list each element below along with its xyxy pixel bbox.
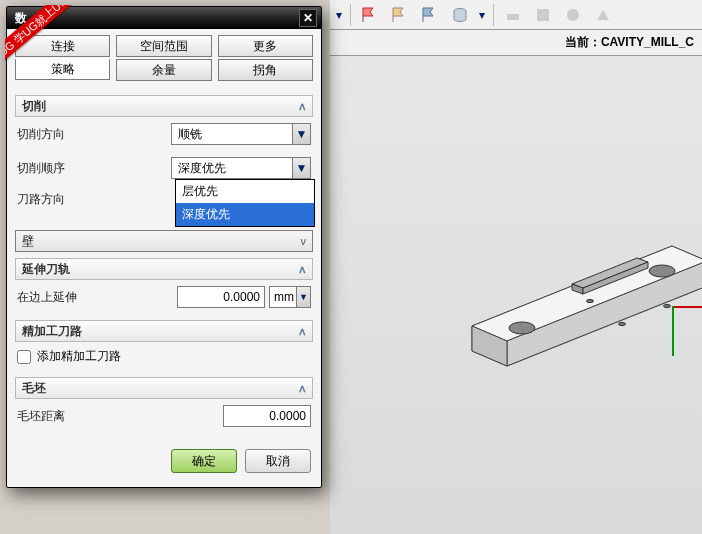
cut-order-select[interactable]: 深度优先 ▼ bbox=[171, 157, 311, 179]
upper-tabs: 连接 空间范围 更多 bbox=[7, 29, 321, 57]
axis-x-arrow-icon bbox=[672, 306, 702, 308]
collapse-icon: ʌ bbox=[299, 263, 306, 276]
chevron-down-icon: ▼ bbox=[296, 287, 310, 307]
tab-more[interactable]: 更多 bbox=[218, 35, 313, 57]
tab-corner[interactable]: 拐角 bbox=[218, 59, 313, 81]
blank-distance-input[interactable] bbox=[223, 405, 311, 427]
cancel-button[interactable]: 取消 bbox=[245, 449, 311, 473]
svg-point-11 bbox=[619, 322, 626, 325]
tool-icon-3[interactable] bbox=[562, 4, 584, 26]
tab-stock[interactable]: 余量 bbox=[116, 59, 211, 81]
ok-button[interactable]: 确定 bbox=[171, 449, 237, 473]
chevron-down-icon: ▼ bbox=[292, 158, 310, 178]
svg-point-8 bbox=[509, 322, 535, 334]
blank-distance-label: 毛坯距离 bbox=[17, 408, 65, 425]
chevron-down-icon: v bbox=[301, 235, 307, 247]
section-finish[interactable]: 精加工刀路 ʌ bbox=[15, 320, 313, 342]
option-level-first[interactable]: 层优先 bbox=[176, 180, 314, 203]
tool-icon-4[interactable] bbox=[592, 4, 614, 26]
cut-direction-select[interactable]: 顺铣 ▼ bbox=[171, 123, 311, 145]
svg-point-3 bbox=[567, 9, 579, 21]
current-operation-label: 当前：CAVITY_MILL_C bbox=[565, 34, 694, 51]
status-bar: 当前：CAVITY_MILL_C bbox=[330, 30, 702, 56]
chevron-down-icon: ▼ bbox=[292, 124, 310, 144]
collapse-icon: ʌ bbox=[299, 325, 306, 338]
dialog-footer: 确定 取消 bbox=[7, 439, 321, 487]
wall-select[interactable]: 壁 v bbox=[15, 230, 313, 252]
viewport[interactable]: XM bbox=[330, 56, 702, 534]
flag-red-icon[interactable] bbox=[359, 4, 381, 26]
section-cutting[interactable]: 切削 ʌ bbox=[15, 95, 313, 117]
path-direction-label: 刀路方向 bbox=[17, 191, 65, 208]
add-finish-label: 添加精加工刀路 bbox=[37, 348, 121, 365]
collapse-icon: ʌ bbox=[299, 100, 306, 113]
section-extend[interactable]: 延伸刀轨 ʌ bbox=[15, 258, 313, 280]
dialog-titlebar[interactable]: 数 ✕ bbox=[7, 7, 321, 29]
cylinder-icon[interactable] bbox=[449, 4, 471, 26]
dropdown-arrow-icon[interactable]: ▾ bbox=[336, 8, 342, 22]
close-button[interactable]: ✕ bbox=[299, 9, 317, 27]
graphics-area[interactable]: ▾ ▾ 当前：CAVITY_MILL_C bbox=[330, 0, 702, 534]
svg-point-10 bbox=[587, 299, 594, 302]
collapse-icon: ʌ bbox=[299, 382, 306, 395]
cut-parameters-dialog: 数 ✕ 9SUG 学UG就上UG网 连接 空间范围 更多 策略 余量 拐角 切削… bbox=[6, 6, 322, 488]
section-blank[interactable]: 毛坯 ʌ bbox=[15, 377, 313, 399]
flag-tan-icon[interactable] bbox=[389, 4, 411, 26]
svg-point-12 bbox=[664, 304, 671, 307]
add-finish-checkbox[interactable] bbox=[17, 350, 31, 364]
cut-direction-label: 切削方向 bbox=[17, 126, 65, 143]
svg-rect-2 bbox=[537, 9, 549, 21]
lower-tabs: 策略 余量 拐角 bbox=[7, 57, 321, 87]
dialog-title: 数 bbox=[15, 10, 27, 27]
tab-strategy[interactable]: 策略 bbox=[15, 58, 110, 80]
tab-connect[interactable]: 连接 bbox=[15, 35, 110, 57]
tool-icon-2[interactable] bbox=[532, 4, 554, 26]
option-depth-first[interactable]: 深度优先 bbox=[176, 203, 314, 226]
extend-edge-unit[interactable]: mm ▼ bbox=[269, 286, 311, 308]
extend-edge-input[interactable] bbox=[177, 286, 265, 308]
svg-point-9 bbox=[649, 265, 675, 277]
dropdown-arrow-icon[interactable]: ▾ bbox=[479, 8, 485, 22]
cut-order-dropdown: 层优先 深度优先 bbox=[175, 179, 315, 227]
extend-edge-label: 在边上延伸 bbox=[17, 289, 77, 306]
cut-order-label: 切削顺序 bbox=[17, 160, 65, 177]
svg-rect-1 bbox=[507, 14, 519, 20]
part-model bbox=[452, 206, 702, 409]
tab-spatial[interactable]: 空间范围 bbox=[116, 35, 211, 57]
top-toolbar: ▾ ▾ bbox=[330, 0, 702, 30]
axis-y-arrow-icon bbox=[672, 306, 674, 356]
flag-blue-icon[interactable] bbox=[419, 4, 441, 26]
tool-icon-1[interactable] bbox=[502, 4, 524, 26]
